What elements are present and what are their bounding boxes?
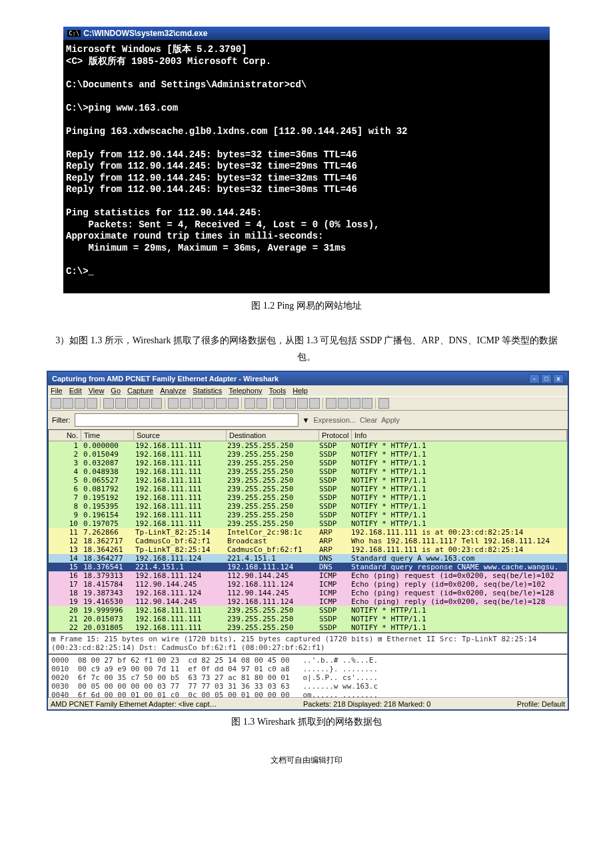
- packet-row[interactable]: 117.262866Tp-LinkT_82:25:14IntelCor_2c:9…: [49, 528, 567, 537]
- toolbar: [48, 396, 568, 411]
- menu-help[interactable]: Help: [293, 387, 308, 395]
- toolbar-icon[interactable]: [326, 398, 336, 409]
- wireshark-title-text: Capturing from AMD PCNET Family Ethernet…: [52, 375, 279, 383]
- packet-row[interactable]: 1218.362717CadmusCo_bf:62:f1BroadcastARP…: [49, 537, 567, 545]
- toolbar-icon[interactable]: [168, 398, 179, 409]
- packet-row[interactable]: 60.081792192.168.111.111239.255.255.250S…: [49, 485, 567, 493]
- packet-row[interactable]: 30.032087192.168.111.111239.255.255.250S…: [49, 459, 567, 467]
- toolbar-icon[interactable]: [350, 398, 360, 409]
- status-packets: Packets: 218 Displayed: 218 Marked: 0: [303, 700, 430, 708]
- toolbar-icon[interactable]: [75, 398, 85, 409]
- separator: [100, 398, 101, 409]
- packet-row[interactable]: 80.195395192.168.111.111239.255.255.250S…: [49, 502, 567, 511]
- toolbar-icon[interactable]: [285, 398, 296, 409]
- col-source[interactable]: Source: [134, 430, 227, 441]
- filter-bar: Filter: ▼ Expression... Clear Apply: [48, 411, 568, 429]
- close-button[interactable]: x: [553, 374, 564, 383]
- packet-row[interactable]: 1618.379313192.168.111.124112.90.144.245…: [49, 571, 567, 580]
- toolbar-icon[interactable]: [139, 398, 150, 409]
- packet-row[interactable]: 90.196154192.168.111.111239.255.255.250S…: [49, 511, 567, 519]
- figure-1-2-caption: 图 1.2 Ping 网易的网站地址: [47, 300, 566, 312]
- separator: [375, 398, 376, 409]
- paragraph: 3）如图 1.3 所示，Wireshark 抓取了很多的网络数据包，从图 1.3…: [47, 332, 566, 365]
- packet-row[interactable]: 1718.415784112.90.144.245192.168.111.124…: [49, 580, 567, 589]
- cmd-window: C:\ C:\WINDOWS\system32\cmd.exe Microsof…: [63, 27, 550, 293]
- toolbar-icon[interactable]: [115, 398, 126, 409]
- expression-button[interactable]: Expression...: [313, 416, 356, 424]
- packet-list[interactable]: No. Time Source Destination Protocol Inf…: [48, 429, 568, 633]
- col-no[interactable]: No.: [49, 430, 81, 441]
- toolbar-icon[interactable]: [309, 398, 320, 409]
- toolbar-icon[interactable]: [151, 398, 162, 409]
- menubar: FileEditViewGoCaptureAnalyzeStatisticsTe…: [48, 385, 568, 396]
- cmd-titlebar: C:\ C:\WINDOWS\system32\cmd.exe: [63, 27, 550, 40]
- packet-row[interactable]: 100.197075192.168.111.111239.255.255.250…: [49, 519, 567, 528]
- status-adapter: AMD PCNET Family Ethernet Adapter: <live…: [51, 700, 217, 708]
- toolbar-icon[interactable]: [245, 398, 255, 409]
- toolbar-icon[interactable]: [192, 398, 203, 409]
- menu-file[interactable]: File: [51, 387, 63, 395]
- filter-input[interactable]: [75, 413, 299, 427]
- packet-row[interactable]: 50.065527192.168.111.111239.255.255.250S…: [49, 476, 567, 485]
- menu-edit[interactable]: Edit: [69, 387, 82, 395]
- packet-list-header: No. Time Source Destination Protocol Inf…: [49, 430, 567, 441]
- packet-row[interactable]: 2019.999996192.168.111.111239.255.255.25…: [49, 606, 567, 615]
- toolbar-icon[interactable]: [362, 398, 372, 409]
- toolbar-icon[interactable]: [273, 398, 284, 409]
- apply-button[interactable]: Apply: [381, 416, 400, 424]
- col-time[interactable]: Time: [81, 430, 134, 441]
- toolbar-icon[interactable]: [127, 398, 138, 409]
- menu-telephony[interactable]: Telephony: [229, 387, 262, 395]
- toolbar-icon[interactable]: [180, 398, 191, 409]
- toolbar-icon[interactable]: [297, 398, 308, 409]
- status-profile: Profile: Default: [517, 700, 565, 708]
- clear-button[interactable]: Clear: [360, 416, 377, 424]
- packet-row[interactable]: 20.015049192.168.111.111239.255.255.250S…: [49, 450, 567, 459]
- menu-view[interactable]: View: [89, 387, 105, 395]
- statusbar: AMD PCNET Family Ethernet Adapter: <live…: [48, 698, 568, 709]
- dropdown-icon[interactable]: ▼: [303, 416, 310, 424]
- packet-row[interactable]: 40.048938192.168.111.111239.255.255.250S…: [49, 467, 567, 476]
- menu-tools[interactable]: Tools: [269, 387, 287, 395]
- toolbar-icon[interactable]: [51, 398, 61, 409]
- cmd-output: Microsoft Windows [版本 5.2.3790] <C> 版权所有…: [63, 40, 550, 293]
- maximize-button[interactable]: □: [541, 374, 552, 383]
- menu-capture[interactable]: Capture: [127, 387, 153, 395]
- packet-row[interactable]: 2220.031805192.168.111.111239.255.255.25…: [49, 623, 567, 632]
- toolbar-icon[interactable]: [228, 398, 239, 409]
- packet-bytes[interactable]: 0000 08 00 27 bf 62 f1 00 23 cd 82 25 14…: [48, 654, 568, 698]
- cmd-icon: C:\: [67, 30, 81, 37]
- packet-row[interactable]: 1819.387343192.168.111.124112.90.144.245…: [49, 589, 567, 597]
- toolbar-icon[interactable]: [204, 398, 215, 409]
- toolbar-icon[interactable]: [378, 398, 389, 409]
- col-destination[interactable]: Destination: [227, 430, 319, 441]
- cmd-title-text: C:\WINDOWS\system32\cmd.exe: [83, 29, 207, 38]
- packet-row[interactable]: 2120.015073192.168.111.111239.255.255.25…: [49, 615, 567, 623]
- menu-go[interactable]: Go: [111, 387, 121, 395]
- toolbar-icon[interactable]: [63, 398, 73, 409]
- filter-label: Filter:: [52, 416, 71, 424]
- packet-details[interactable]: ⊞ Frame 15: 215 bytes on wire (1720 bits…: [48, 633, 568, 654]
- toolbar-icon[interactable]: [87, 398, 97, 409]
- col-info[interactable]: Info: [352, 430, 567, 441]
- separator: [241, 398, 242, 409]
- packet-row[interactable]: 1518.376541221.4.151.1192.168.111.124DNS…: [49, 563, 567, 571]
- packet-row[interactable]: 1418.364277192.168.111.124221.4.151.1DNS…: [49, 554, 567, 563]
- toolbar-icon[interactable]: [103, 398, 114, 409]
- separator: [322, 398, 323, 409]
- figure-1-3-caption: 图 1.3 Wireshark 抓取到的网络数据包: [47, 716, 566, 728]
- wireshark-window: Capturing from AMD PCNET Family Ethernet…: [47, 371, 569, 711]
- toolbar-icon[interactable]: [216, 398, 227, 409]
- packet-row[interactable]: 1318.364261Tp-LinkT_82:25:14CadmusCo_bf:…: [49, 545, 567, 554]
- col-protocol[interactable]: Protocol: [319, 430, 352, 441]
- page-footer: 文档可自由编辑打印: [47, 755, 566, 766]
- packet-row[interactable]: 70.195192192.168.111.111239.255.255.250S…: [49, 493, 567, 502]
- packet-row[interactable]: 1919.416530112.90.144.245192.168.111.124…: [49, 597, 567, 606]
- minimize-button[interactable]: -: [529, 374, 540, 383]
- menu-analyze[interactable]: Analyze: [160, 387, 186, 395]
- packet-row[interactable]: 10.000000192.168.111.111239.255.255.250S…: [49, 441, 567, 450]
- menu-statistics[interactable]: Statistics: [193, 387, 222, 395]
- toolbar-icon[interactable]: [338, 398, 348, 409]
- separator: [165, 398, 165, 409]
- toolbar-icon[interactable]: [257, 398, 267, 409]
